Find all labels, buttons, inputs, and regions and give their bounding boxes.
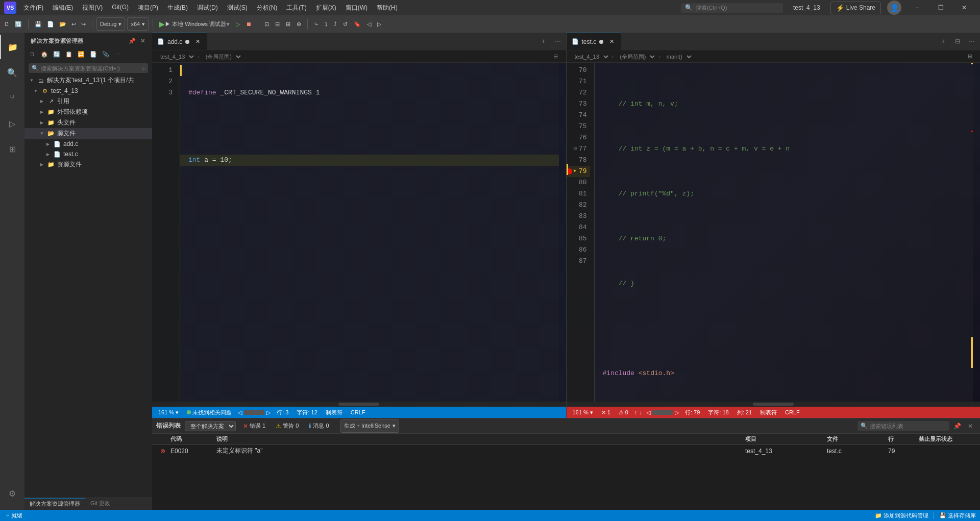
menu-extensions[interactable]: 扩展(X) <box>312 3 340 13</box>
right-breadcrumb-fn[interactable]: main() <box>663 53 693 60</box>
sidebar-home-btn[interactable]: 🏠 <box>39 48 50 60</box>
undo-button[interactable]: ↩ <box>69 17 78 31</box>
debug-btn2[interactable]: ⊟ <box>273 17 282 31</box>
resources-item[interactable]: ▶ 📁 资源文件 <box>24 159 152 170</box>
left-breadcrumb-scope[interactable]: (全局范围) <box>202 53 242 60</box>
right-breadcrumb-project[interactable]: test_4_13 <box>571 53 610 60</box>
nav-fwd-btn[interactable]: ▷ <box>375 17 383 31</box>
open-button[interactable]: 📂 <box>57 17 68 31</box>
warning-badge[interactable]: ⚠ 警告 0 <box>273 421 302 430</box>
right-editor-split-btn[interactable]: ⊞ <box>964 51 976 63</box>
error-search-bar[interactable]: 🔍 <box>857 421 949 431</box>
right-line-ending[interactable]: CRLF <box>783 407 802 418</box>
left-tab-indicator[interactable]: 制表符 <box>324 407 345 418</box>
save-button[interactable]: 💾 <box>33 17 44 31</box>
right-code-content[interactable]: // int m, n, v; // int z = (m = a + b, n… <box>595 63 973 402</box>
sidebar-search-bar[interactable]: 🔍 ⌕ <box>29 63 148 73</box>
right-tab-expand-btn[interactable]: ⊟ <box>951 35 964 47</box>
error-scope-dropdown[interactable]: 整个解决方案 <box>185 421 236 431</box>
info-badge[interactable]: ℹ 消息 0 <box>306 421 332 430</box>
status-git-btn[interactable]: ⑂ 就绪 <box>2 510 27 521</box>
stop-button[interactable]: ⏹ <box>244 17 254 31</box>
debug-btn3[interactable]: ⊞ <box>284 17 292 31</box>
menu-test[interactable]: 测试(S) <box>223 3 252 13</box>
activity-extensions[interactable]: ⊞ <box>0 137 24 161</box>
build-config-dropdown[interactable]: Debug ▾ <box>96 17 125 31</box>
left-col-item[interactable]: 字符: 12 <box>295 407 319 418</box>
menu-debug[interactable]: 调试(D) <box>193 3 222 13</box>
sidebar-search-options-btn[interactable]: ⌕ <box>142 65 145 71</box>
add-c-item[interactable]: ▶ 📄 add.c <box>24 139 152 149</box>
left-tab-add-c[interactable]: 📄 add.c ✕ <box>152 33 207 50</box>
debug-btn1[interactable]: ⊡ <box>262 17 271 31</box>
right-col1-item[interactable]: 字符: 18 <box>706 407 730 418</box>
error-panel-pin-btn[interactable]: 📌 <box>951 420 963 432</box>
sidebar-overflow-btn[interactable]: ⋯ <box>112 48 124 60</box>
save-all-button[interactable]: 📄 <box>45 17 56 31</box>
right-tab-close-btn[interactable]: ✕ <box>607 38 616 46</box>
left-scroll-left[interactable]: ◁ <box>238 409 242 416</box>
references-item[interactable]: ▶ ↗ 引用 <box>24 96 152 107</box>
sidebar-btn4[interactable]: 📋 <box>63 48 75 60</box>
right-hscroll[interactable] <box>567 402 981 407</box>
test-c-item[interactable]: ▶ 📄 test.c <box>24 149 152 159</box>
sidebar-search-input[interactable] <box>41 65 140 71</box>
left-tab-new-btn[interactable]: + <box>537 35 550 47</box>
left-editor-split-btn[interactable]: ⊟ <box>550 51 562 63</box>
arch-dropdown[interactable]: x64 ▾ <box>127 17 149 31</box>
restart-button[interactable]: ↺ <box>341 17 350 31</box>
menu-build[interactable]: 生成(B) <box>163 3 192 13</box>
right-col2-item[interactable]: 列: 21 <box>735 407 754 418</box>
menu-help[interactable]: 帮助(H) <box>373 3 402 13</box>
error-row-0[interactable]: ⊗ E0020 未定义标识符 "a" test_4_13 test.c 79 <box>152 445 980 457</box>
sidebar-pin-btn[interactable]: 📌 <box>128 37 137 45</box>
sidebar-btn5[interactable]: 🔁 <box>76 48 87 60</box>
minimize-button[interactable]: － <box>905 0 929 15</box>
col-code-header[interactable]: 代码 <box>166 435 212 443</box>
toolbar-btn2[interactable]: 🔃 <box>13 17 24 31</box>
left-zoom-item[interactable]: 161 % ▾ <box>156 407 181 418</box>
step-into-button[interactable]: ⤵ <box>323 17 330 31</box>
sidebar-new-file-btn[interactable]: 🗋 <box>27 48 38 60</box>
menu-git[interactable]: Git(G) <box>108 3 133 13</box>
right-zoom-item[interactable]: 161 % ▾ <box>571 407 595 418</box>
left-status-indicator[interactable]: 未找到相关问题 <box>185 407 234 418</box>
search-box[interactable]: 🔍 搜索(Ctrl+Q) <box>681 3 783 13</box>
menu-project[interactable]: 项目(P) <box>134 3 162 13</box>
left-code-content[interactable]: #define _CRT_SECURE_NO_WARNINGS 1 int a … <box>180 63 559 402</box>
solution-root-item[interactable]: ▼ 🗂 解决方案'test_4_13'(1 个项目/共 <box>24 75 152 86</box>
col-line-header[interactable]: 行 <box>884 435 915 443</box>
col-suppress-header[interactable]: 禁止显示状态 <box>915 435 976 443</box>
sidebar-sync-btn[interactable]: 🔄 <box>51 48 62 60</box>
new-file-button[interactable]: 🗋 <box>2 17 12 31</box>
error-badge[interactable]: ✕ 错误 1 <box>240 421 268 430</box>
run-button[interactable]: ▶ ▶ 本地 Windows 调试器 ▾ <box>157 17 232 31</box>
left-row-item[interactable]: 行: 3 <box>275 407 290 418</box>
sidebar-btn7[interactable]: 📎 <box>100 48 111 60</box>
menu-edit[interactable]: 编辑(E) <box>48 3 77 13</box>
right-tab-new-btn[interactable]: + <box>937 35 949 47</box>
left-breadcrumb-project[interactable]: test_4_13 <box>156 53 195 60</box>
menu-file[interactable]: 文件(F) <box>19 3 47 13</box>
error-panel-close-btn[interactable]: ✕ <box>965 420 976 432</box>
error-search-input[interactable] <box>870 423 946 429</box>
nav-back-btn[interactable]: ◁ <box>365 17 373 31</box>
user-avatar[interactable]: 👤 <box>887 1 901 15</box>
menu-window[interactable]: 窗口(W) <box>341 3 372 13</box>
right-nav-down[interactable]: ↓ <box>639 409 642 415</box>
debug-btn4[interactable]: ⊛ <box>295 17 303 31</box>
right-hscroll-thumb[interactable] <box>753 403 794 406</box>
left-line-ending[interactable]: CRLF <box>349 407 368 418</box>
left-scroll-right[interactable]: ▷ <box>266 409 271 416</box>
left-hscroll[interactable] <box>152 402 566 407</box>
external-deps-item[interactable]: ▶ 📁 外部依赖项 <box>24 107 152 117</box>
right-nav-up[interactable]: ↑ <box>634 409 638 415</box>
maximize-button[interactable]: ❐ <box>929 0 952 15</box>
menu-tools[interactable]: 工具(T) <box>282 3 310 13</box>
step-over-button[interactable]: ⤷ <box>312 17 321 31</box>
right-tab-indicator[interactable]: 制表符 <box>758 407 779 418</box>
right-tab-overflow-btn[interactable]: ⋯ <box>966 35 978 47</box>
status-source-control[interactable]: 📁 添加到源代码管理 <box>873 510 930 521</box>
right-breadcrumb-scope[interactable]: (全局范围) <box>616 53 656 60</box>
build-filter-dropdown[interactable]: 生成 + IntelliSense ▾ <box>340 419 399 433</box>
